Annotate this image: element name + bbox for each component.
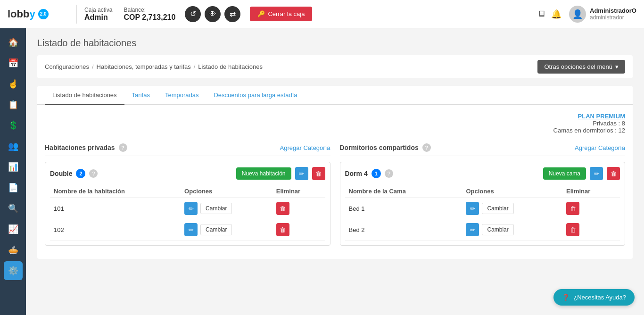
room-name-102: 102: [50, 219, 181, 240]
monitor-icon[interactable]: 🖥: [537, 9, 545, 19]
nueva-cama-button[interactable]: Nueva cama: [543, 167, 586, 180]
sidebar-item-list[interactable]: 📋: [4, 95, 23, 114]
rooms-table-double: Nombre de la habitación Opciones Elimina…: [50, 185, 325, 240]
table-row: Bed 2 ✏ Cambiar 🗑: [345, 219, 620, 240]
cama-delete-bed2: 🗑: [562, 219, 620, 240]
bell-icon[interactable]: 🔔: [551, 9, 561, 19]
close-caja-button[interactable]: 🔑 Cerrar la caja: [250, 7, 312, 21]
delete-category-double-button[interactable]: 🗑: [312, 167, 325, 180]
sidebar-item-analytics[interactable]: 📈: [4, 220, 23, 239]
sidebar-item-document[interactable]: 📄: [4, 178, 23, 197]
header-action-icons: ↺ 👁 ⇄ 🔑 Cerrar la caja: [185, 6, 312, 22]
sidebar-item-pie[interactable]: 🥧: [4, 240, 23, 259]
section-header-dormitorios: Dormitorios compartidos ? Agregar Catego…: [340, 140, 626, 156]
plan-premium-link[interactable]: PLAN PREMIUM: [578, 113, 625, 120]
table-row: Bed 1 ✏ Cambiar 🗑: [345, 198, 620, 219]
delete-room-102-button[interactable]: 🗑: [276, 223, 289, 236]
transfer-icon[interactable]: ⇄: [224, 6, 240, 22]
col-room-name: Nombre de la habitación: [50, 185, 181, 198]
edit-category-double-button[interactable]: ✏: [295, 167, 308, 180]
cama-delete-bed1: 🗑: [562, 198, 620, 219]
section-dormitorios: Dormitorios compartidos ? Agregar Catego…: [340, 140, 626, 251]
cama-name-bed1: Bed 1: [345, 198, 462, 219]
section-header-privadas: Habitaciones privadas ? Agregar Categorí…: [45, 140, 330, 156]
table-row: 101 ✏ Cambiar 🗑: [50, 198, 325, 219]
sidebar: 🏠 📅 ☝ 📋 💲 👥 📊 📄 🔍 📈 🥧 ⚙️: [0, 28, 26, 315]
delete-category-dorm4-button[interactable]: 🗑: [607, 167, 620, 180]
help-icon-privadas[interactable]: ?: [119, 143, 127, 152]
add-category-dormitorios-button[interactable]: Agregar Categoría: [575, 144, 625, 151]
chevron-down-icon: ▾: [615, 63, 619, 70]
rooms-table-dorm4: Nombre de la Cama Opciones Eliminar Bed …: [345, 185, 620, 240]
breadcrumb-habitaciones[interactable]: Habitaciones, temporadas y tarifas: [97, 63, 191, 70]
cambiar-room-101-button[interactable]: Cambiar: [200, 203, 232, 214]
breadcrumb-sep-2: /: [194, 63, 196, 70]
delete-bed1-button[interactable]: 🗑: [566, 202, 579, 215]
caja-section: Caja activa Admin: [84, 7, 112, 22]
breadcrumb-configuraciones[interactable]: Configuraciones: [45, 63, 89, 70]
history-icon[interactable]: ↺: [185, 6, 201, 22]
sidebar-item-users[interactable]: 👥: [4, 137, 23, 156]
delete-bed2-button[interactable]: 🗑: [566, 223, 579, 236]
key-icon: 🔑: [257, 10, 265, 17]
sidebar-item-reports[interactable]: 📊: [4, 158, 23, 176]
help-icon-dorm4[interactable]: ?: [385, 169, 393, 178]
logo-text: lobby: [8, 8, 35, 20]
category-double: Double 2 ? Nueva habitación ✏ 🗑 Nombre d…: [45, 162, 330, 246]
camas-count: Camas en dormitorios : 12: [553, 127, 625, 134]
cama-name-bed2: Bed 2: [345, 219, 462, 240]
td-options-101: ✏ Cambiar: [184, 202, 269, 215]
edit-room-102-button[interactable]: ✏: [184, 223, 198, 236]
category-double-header: Double 2 ? Nueva habitación ✏ 🗑: [50, 167, 325, 180]
sidebar-item-calendar[interactable]: 📅: [4, 54, 23, 73]
header-right-icons: 🖥 🔔: [537, 9, 561, 19]
sidebar-item-money[interactable]: 💲: [4, 116, 23, 135]
other-options-button[interactable]: Otras opciones del menú ▾: [537, 60, 625, 74]
edit-bed1-button[interactable]: ✏: [466, 202, 479, 215]
header: lobby 2.0 Caja activa Admin Balance: COP…: [0, 0, 644, 28]
cambiar-bed1-button[interactable]: Cambiar: [482, 203, 513, 214]
category-dorm4-header: Dorm 4 1 ? Nueva cama ✏ 🗑: [345, 167, 620, 180]
sidebar-item-pointer[interactable]: ☝: [4, 75, 23, 93]
caja-label: Caja activa: [84, 7, 112, 13]
sections-row: Habitaciones privadas ? Agregar Categorí…: [45, 140, 625, 251]
tab-listado[interactable]: Listado de habitaciones: [45, 86, 124, 105]
balance-amount: COP 2,713,210: [124, 13, 175, 22]
room-delete-102: 🗑: [272, 219, 325, 240]
tab-temporadas[interactable]: Temporadas: [157, 86, 206, 105]
add-category-privadas-button[interactable]: Agregar Categoría: [280, 144, 330, 151]
cambiar-bed2-button[interactable]: Cambiar: [482, 224, 513, 235]
tab-tarifas[interactable]: Tarifas: [124, 86, 157, 105]
edit-room-101-button[interactable]: ✏: [184, 202, 198, 215]
tabs-bar: Listado de habitaciones Tarifas Temporad…: [37, 86, 633, 105]
plan-info: PLAN PREMIUM Privadas : 8 Camas en dormi…: [45, 113, 625, 134]
privadas-count: Privadas : 8: [593, 120, 625, 127]
logo-area: lobby 2.0: [8, 8, 69, 20]
breadcrumb-sep-1: /: [92, 63, 94, 70]
eye-icon[interactable]: 👁: [205, 6, 221, 22]
edit-category-dorm4-button[interactable]: ✏: [590, 167, 603, 180]
table-row: 102 ✏ Cambiar 🗑: [50, 219, 325, 240]
cat-badge-double: 2: [76, 169, 85, 178]
sidebar-item-home[interactable]: 🏠: [4, 33, 23, 52]
nueva-habitacion-button[interactable]: Nueva habitación: [236, 167, 291, 180]
delete-room-101-button[interactable]: 🗑: [276, 202, 289, 215]
close-caja-label: Cerrar la caja: [268, 10, 305, 17]
main-content: Listado de habitaciones Configuraciones …: [26, 28, 644, 315]
sidebar-item-settings[interactable]: ⚙️: [4, 261, 23, 280]
help-icon-dormitorios[interactable]: ?: [422, 143, 431, 152]
cambiar-room-102-button[interactable]: Cambiar: [200, 224, 232, 235]
caja-name: Admin: [84, 13, 112, 22]
col-options: Opciones: [181, 185, 272, 198]
header-right: 🖥 🔔 👤 AdministradorO administrador: [537, 6, 636, 23]
help-question-icon: ❓: [562, 294, 570, 301]
help-float-label: ¿Necesitas Ayuda?: [573, 294, 626, 301]
room-options-101: ✏ Cambiar: [181, 198, 272, 219]
help-icon-double[interactable]: ?: [89, 169, 98, 178]
help-float-button[interactable]: ❓ ¿Necesitas Ayuda?: [553, 289, 635, 306]
tab-descuentos[interactable]: Descuentos para larga estadía: [206, 86, 305, 105]
edit-bed2-button[interactable]: ✏: [466, 223, 479, 236]
content-panel: PLAN PREMIUM Privadas : 8 Camas en dormi…: [37, 105, 633, 259]
sidebar-item-search[interactable]: 🔍: [4, 199, 23, 218]
category-dorm4: Dorm 4 1 ? Nueva cama ✏ 🗑 Nombre de la C…: [340, 162, 626, 246]
